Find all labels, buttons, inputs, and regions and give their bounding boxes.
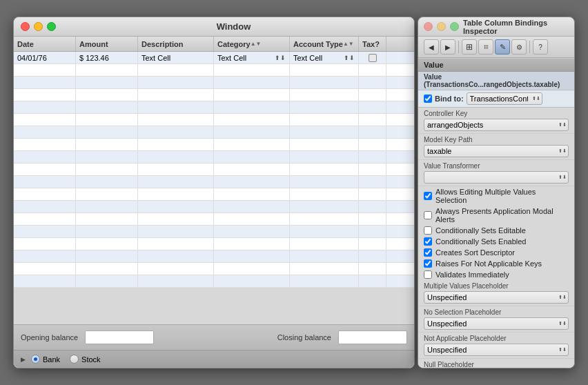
toolbar-help-btn[interactable]: ?: [533, 39, 548, 55]
table-row: [14, 188, 414, 201]
checkbox-always-presents-input[interactable]: [424, 211, 432, 219]
checkbox-creates-sort[interactable]: Creates Sort Descriptor: [418, 247, 574, 258]
maximize-button[interactable]: [47, 22, 56, 31]
table-row: [14, 238, 414, 250]
col-header-description: Description: [138, 37, 214, 51]
radio-stock-circle[interactable]: [70, 355, 79, 364]
cell-account-type: Text Cell ⬆⬇: [290, 52, 359, 63]
cell-date: 04/01/76: [14, 52, 76, 63]
radio-stock[interactable]: Stock: [70, 355, 101, 364]
binding-header: Value (TransactionsCo...rangedObjects.ta…: [418, 72, 574, 90]
checkbox-validates-immediately[interactable]: Validates Immediately: [418, 269, 574, 280]
inspector-min-button[interactable]: [437, 22, 446, 31]
bind-to-select-wrapper: TransactionsController: [467, 92, 542, 105]
minimize-button[interactable]: [34, 22, 43, 31]
checkbox-always-presents[interactable]: Always Presents Application Modal Alerts: [418, 206, 574, 225]
table-row: [14, 89, 414, 101]
checkbox-allows-editing[interactable]: Allows Editing Multiple Values Selection: [418, 186, 574, 206]
no-selection-placeholder-select-wrapper: Unspecified: [424, 317, 569, 330]
checkbox-conditionally-enabled-label: Conditionally Sets Enabled: [435, 237, 526, 246]
radio-bank-circle[interactable]: [31, 355, 40, 364]
toolbar-forward-btn[interactable]: ▶: [440, 39, 455, 55]
col-header-account-type: Account Type ▲▼: [290, 37, 359, 51]
radio-bank-label: Bank: [43, 355, 60, 364]
col-header-category: Category ▲▼: [214, 37, 290, 51]
inspector-panel: Table Column Bindings Inspector ◀ ▶ ⊞ ⌗ …: [418, 17, 575, 368]
inspector-title: Table Column Bindings Inspector: [463, 19, 569, 35]
window-titlebar: Window: [14, 17, 414, 37]
inspector-toolbar: ◀ ▶ ⊞ ⌗ ✎ ⚙ ?: [418, 37, 574, 58]
checkbox-raises-not-applicable[interactable]: Raises For Not Applicable Keys: [418, 258, 574, 269]
checkbox-conditionally-enabled[interactable]: Conditionally Sets Enabled: [418, 236, 574, 247]
checkbox-raises-not-applicable-label: Raises For Not Applicable Keys: [435, 259, 542, 268]
table-row: [14, 114, 414, 126]
checkbox-creates-sort-label: Creates Sort Descriptor: [435, 248, 515, 257]
controller-key-select[interactable]: arrangedObjects: [424, 119, 569, 131]
checkbox-allows-editing-label: Allows Editing Multiple Values Selection: [435, 188, 569, 204]
window-title: Window: [60, 21, 407, 32]
multiple-values-placeholder-select[interactable]: Unspecified: [424, 291, 569, 304]
not-applicable-placeholder-select[interactable]: Unspecified: [424, 344, 569, 356]
checkbox-allows-editing-input[interactable]: [424, 192, 432, 200]
inspector-close-button[interactable]: [424, 22, 433, 31]
value-transformer-select[interactable]: [424, 171, 569, 184]
value-section-header: Value: [418, 58, 574, 72]
multiple-values-placeholder-label: Multiple Values Placeholder: [424, 282, 569, 290]
account-type-cell-arrow: ⬆⬇: [344, 55, 355, 61]
table-row: [14, 151, 414, 164]
table-row: [14, 201, 414, 213]
bind-to-checkbox[interactable]: [424, 95, 432, 103]
controller-key-row: Controller Key arrangedObjects: [418, 108, 574, 134]
table-row: [14, 77, 414, 89]
table-row: [14, 139, 414, 151]
checkbox-validates-immediately-label: Validates Immediately: [435, 270, 509, 279]
model-key-path-select-wrapper: taxable: [424, 145, 569, 157]
inspector-titlebar: Table Column Bindings Inspector: [418, 17, 574, 37]
opening-balance-input[interactable]: [85, 330, 154, 344]
account-type-sort-arrow: ▲▼: [343, 41, 354, 47]
value-transformer-row: Value Transformer: [418, 160, 574, 186]
table-row: [14, 275, 414, 288]
checkbox-raises-not-applicable-input[interactable]: [424, 259, 432, 268]
inspector-max-button[interactable]: [450, 22, 459, 31]
controller-key-select-wrapper: arrangedObjects: [424, 119, 569, 131]
radio-group: Bank Stock: [31, 355, 101, 364]
table-row[interactable]: 04/01/76 $ 123.46 Text Cell Text Cell ⬆⬇…: [14, 52, 414, 64]
null-placeholder-row: Null Placeholder Unspecified: [418, 359, 574, 368]
checkbox-conditionally-enabled-input[interactable]: [424, 237, 432, 246]
toolbar-settings-btn[interactable]: ⚙: [511, 39, 527, 55]
multiple-values-placeholder-select-wrapper: Unspecified: [424, 291, 569, 304]
checkbox-conditionally-editable-input[interactable]: [424, 226, 432, 235]
closing-balance-input[interactable]: [338, 330, 407, 344]
inspector-content: Value Value (TransactionsCo...rangedObje…: [418, 58, 574, 368]
tax-checkbox[interactable]: [369, 54, 377, 62]
toolbar-back-btn[interactable]: ◀: [424, 39, 439, 55]
cell-category: Text Cell ⬆⬇: [214, 52, 290, 63]
disclosure-triangle-icon[interactable]: ▶: [21, 356, 26, 363]
checkbox-validates-immediately-input[interactable]: [424, 270, 432, 279]
value-transformer-select-wrapper: [424, 171, 569, 184]
multiple-values-placeholder-row: Multiple Values Placeholder Unspecified: [418, 280, 574, 306]
model-key-path-select[interactable]: taxable: [424, 145, 569, 157]
table-row: [14, 126, 414, 139]
table-body: 04/01/76 $ 123.46 Text Cell Text Cell ⬆⬇…: [14, 52, 414, 324]
category-sort-arrow: ▲▼: [251, 41, 262, 47]
bind-to-row: Bind to: TransactionsController: [418, 90, 574, 108]
radio-bank[interactable]: Bank: [31, 355, 60, 364]
checkbox-conditionally-editable[interactable]: Conditionally Sets Editable: [418, 225, 574, 236]
not-applicable-placeholder-row: Not Applicable Placeholder Unspecified: [418, 333, 574, 359]
toolbar-connections-btn[interactable]: ⌗: [478, 39, 493, 55]
table-row: [14, 101, 414, 114]
close-button[interactable]: [21, 22, 30, 31]
table-row: [14, 176, 414, 188]
checkbox-creates-sort-input[interactable]: [424, 248, 432, 257]
toolbar-attributes-btn[interactable]: ⊞: [462, 39, 477, 55]
bind-to-select[interactable]: TransactionsController: [467, 92, 542, 105]
controller-key-label: Controller Key: [424, 110, 569, 117]
table-row: [14, 250, 414, 263]
no-selection-placeholder-select[interactable]: Unspecified: [424, 317, 569, 330]
cell-tax[interactable]: [359, 52, 386, 63]
toolbar-bindings-btn[interactable]: ✎: [495, 39, 510, 55]
opening-balance-label: Opening balance: [21, 333, 78, 342]
toolbar-separator: [458, 41, 459, 53]
